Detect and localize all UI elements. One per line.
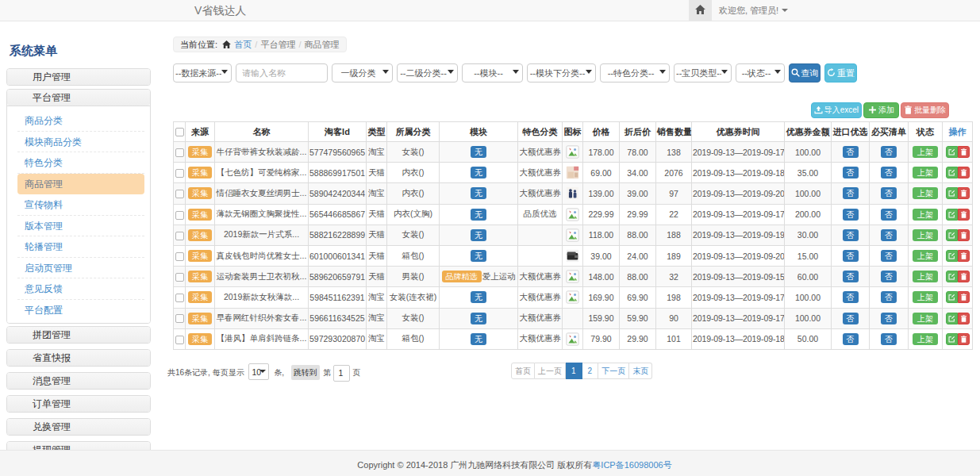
submenu-item-goods-category[interactable]: 商品分类 — [17, 110, 144, 132]
pager-button-2[interactable]: 2 — [582, 363, 599, 379]
edit-button[interactable] — [946, 229, 958, 241]
module-subcategory-select[interactable]: --模块下分类-- — [527, 63, 596, 83]
jump-page-input[interactable] — [333, 365, 350, 382]
user-menu[interactable]: 欢迎您, 管理员! — [719, 0, 788, 21]
status-badge[interactable]: 上架 — [913, 146, 938, 158]
row-checkbox[interactable] — [175, 252, 184, 261]
pager-button-1[interactable]: 1 — [566, 363, 582, 379]
edit-button[interactable] — [946, 146, 958, 158]
submenu-item-version-mgmt[interactable]: 版本管理 — [17, 216, 144, 237]
row-checkbox[interactable] — [175, 190, 184, 198]
sidebar-item-group-buy-mgmt[interactable]: 拼团管理 — [6, 326, 151, 344]
edit-button[interactable] — [946, 209, 958, 221]
import-select-badge[interactable]: 否 — [843, 167, 859, 178]
submenu-item-promo-material[interactable]: 宣传物料 — [17, 194, 144, 216]
import-select-badge[interactable]: 否 — [843, 187, 859, 199]
status-select[interactable]: --状态-- — [736, 63, 785, 83]
sidebar-item-label[interactable]: 兑换管理 — [7, 419, 150, 435]
sidebar-item-label[interactable]: 订单管理 — [7, 396, 150, 412]
status-badge[interactable]: 上架 — [913, 313, 938, 324]
must-buy-badge[interactable]: 否 — [881, 229, 897, 241]
module-select[interactable]: --模块-- — [462, 63, 523, 83]
item-type-select[interactable]: --宝贝类型-- — [674, 63, 732, 83]
sidebar-item-user-mgmt[interactable]: 用户管理 — [6, 68, 151, 86]
delete-button[interactable] — [958, 209, 970, 221]
submenu-item-goods-mgmt[interactable]: 商品管理 — [17, 174, 144, 195]
pager-button-末页[interactable]: 末页 — [629, 363, 652, 379]
sidebar-item-label[interactable]: 省直快报 — [7, 350, 150, 366]
edit-button[interactable] — [946, 291, 958, 303]
status-badge[interactable]: 上架 — [913, 271, 938, 282]
sidebar-item-label[interactable]: 消息管理 — [7, 373, 150, 389]
status-badge[interactable]: 上架 — [913, 229, 938, 241]
delete-button[interactable] — [958, 271, 970, 282]
status-badge[interactable]: 上架 — [913, 291, 938, 303]
row-checkbox[interactable] — [175, 169, 184, 178]
delete-button[interactable] — [958, 167, 970, 178]
row-checkbox[interactable] — [175, 232, 184, 240]
edit-button[interactable] — [946, 313, 958, 324]
edit-button[interactable] — [946, 271, 958, 282]
add-button[interactable]: 添加 — [863, 102, 899, 118]
feature-category-select[interactable]: --特色分类-- — [600, 63, 670, 83]
must-buy-badge[interactable]: 否 — [881, 146, 897, 158]
edit-button[interactable] — [946, 187, 958, 199]
sidebar-item-exchange-mgmt[interactable]: 兑换管理 — [6, 418, 151, 436]
row-checkbox[interactable] — [175, 211, 184, 220]
row-checkbox[interactable] — [175, 294, 184, 302]
sidebar-item-message-mgmt[interactable]: 消息管理 — [6, 372, 151, 390]
delete-button[interactable] — [958, 187, 970, 199]
edit-button[interactable] — [946, 167, 958, 178]
delete-button[interactable] — [958, 313, 970, 324]
status-badge[interactable]: 上架 — [913, 333, 938, 345]
import-select-badge[interactable]: 否 — [843, 209, 859, 221]
row-checkbox[interactable] — [175, 336, 184, 344]
pager-button-下一页[interactable]: 下一页 — [598, 363, 629, 379]
navbar-home-button[interactable] — [689, 0, 712, 21]
must-buy-badge[interactable]: 否 — [881, 333, 897, 345]
status-badge[interactable]: 上架 — [913, 187, 938, 199]
row-checkbox[interactable] — [175, 314, 184, 323]
submenu-item-module-goods-category[interactable]: 模块商品分类 — [17, 132, 144, 153]
edit-button[interactable] — [946, 250, 958, 262]
sidebar-item-label[interactable]: 用户管理 — [7, 69, 150, 85]
delete-button[interactable] — [958, 250, 970, 262]
import-select-badge[interactable]: 否 — [843, 313, 859, 324]
import-select-badge[interactable]: 否 — [843, 146, 859, 158]
data-source-select[interactable]: --数据来源-- — [173, 63, 232, 83]
submenu-item-splash-mgmt[interactable]: 启动页管理 — [17, 258, 144, 279]
jump-to-button[interactable]: 跳转到 — [291, 365, 320, 380]
level1-category-select[interactable]: 一级分类 — [332, 63, 393, 83]
delete-button[interactable] — [958, 291, 970, 303]
submenu-item-feature-category[interactable]: 特色分类 — [17, 152, 144, 174]
must-buy-badge[interactable]: 否 — [881, 167, 897, 178]
import-select-badge[interactable]: 否 — [843, 271, 859, 282]
name-search-input[interactable] — [236, 63, 328, 83]
per-page-select[interactable]: 10 — [248, 363, 269, 380]
icp-link[interactable]: 粤ICP备16098006号 — [592, 460, 671, 470]
sidebar-item-label[interactable]: 拼团管理 — [7, 327, 150, 343]
row-checkbox[interactable] — [175, 148, 184, 157]
must-buy-badge[interactable]: 否 — [881, 250, 897, 262]
must-buy-badge[interactable]: 否 — [881, 187, 897, 199]
edit-button[interactable] — [946, 333, 958, 345]
must-buy-badge[interactable]: 否 — [881, 313, 897, 324]
import-select-badge[interactable]: 否 — [843, 250, 859, 262]
import-select-badge[interactable]: 否 — [843, 291, 859, 303]
import-select-badge[interactable]: 否 — [843, 229, 859, 241]
delete-button[interactable] — [958, 229, 970, 241]
status-badge[interactable]: 上架 — [913, 167, 938, 178]
sidebar-item-label[interactable]: 平台管理 — [7, 90, 150, 106]
must-buy-badge[interactable]: 否 — [881, 209, 897, 221]
breadcrumb-home-link[interactable]: 首页 — [234, 40, 252, 49]
delete-button[interactable] — [958, 146, 970, 158]
import-excel-button[interactable]: 导入excel — [811, 102, 862, 118]
must-buy-badge[interactable]: 否 — [881, 291, 897, 303]
level2-category-select[interactable]: --二级分类-- — [397, 63, 458, 83]
import-select-badge[interactable]: 否 — [843, 333, 859, 345]
sidebar-item-order-mgmt[interactable]: 订单管理 — [6, 395, 151, 413]
submenu-item-carousel-mgmt[interactable]: 轮播管理 — [17, 236, 144, 258]
sidebar-item-express-news[interactable]: 省直快报 — [6, 349, 151, 367]
status-badge[interactable]: 上架 — [913, 209, 938, 221]
submenu-item-feedback[interactable]: 意见反馈 — [17, 278, 144, 300]
